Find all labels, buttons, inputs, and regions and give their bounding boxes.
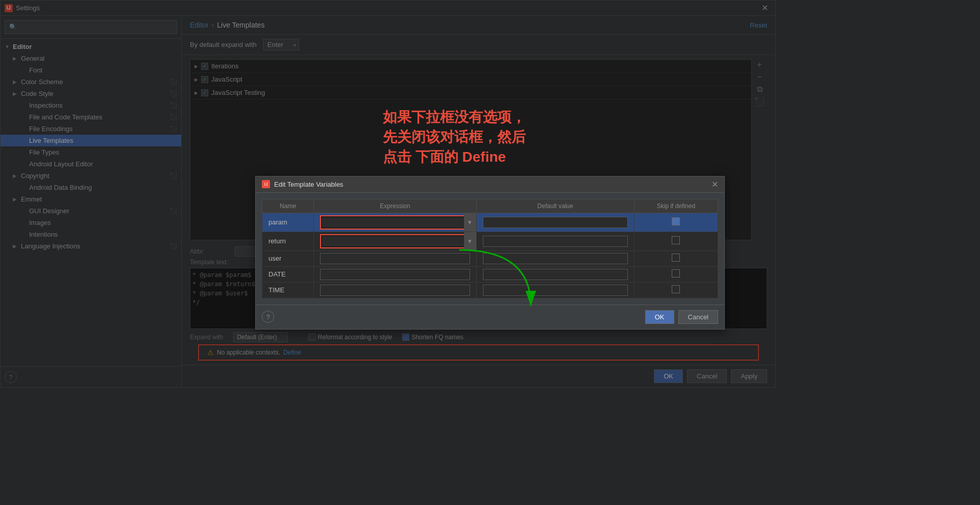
dialog-overlay: IJ Edit Template Variables ✕ Name Expres… (0, 0, 980, 505)
expr-cell-param: ▾ (314, 213, 477, 232)
expr-input-param[interactable] (322, 217, 468, 228)
skip-checkbox-time[interactable] (672, 285, 680, 293)
skip-checkbox-date[interactable] (672, 269, 680, 277)
skip-checkbox-user[interactable] (672, 254, 680, 262)
expr-cell-return: ▾ (314, 232, 477, 250)
dialog-action-buttons: OK Cancel (645, 310, 718, 324)
default-input-time[interactable] (483, 285, 628, 296)
skip-checkbox-return[interactable] (672, 236, 680, 244)
skip-cell-return (634, 232, 718, 250)
variables-table: Name Expression Default value Skip if de… (262, 199, 718, 298)
dialog-scroll-area: Name Expression Default value Skip if de… (262, 199, 718, 298)
expr-cell-time (314, 282, 477, 298)
default-value-time (476, 282, 634, 298)
default-value-date (476, 266, 634, 282)
col-header-default-value: Default value (476, 199, 634, 213)
skip-cell-date (634, 266, 718, 282)
var-name-return: return (262, 232, 314, 250)
var-name-time: TIME (262, 282, 314, 298)
col-header-expression: Expression (314, 199, 477, 213)
var-name-user: user (262, 250, 314, 266)
col-header-name: Name (262, 199, 314, 213)
dialog-close-button[interactable]: ✕ (712, 180, 718, 189)
expr-input-user[interactable] (320, 253, 470, 264)
table-row: return ▾ (262, 232, 718, 250)
dialog-title-text: Edit Template Variables (274, 181, 343, 188)
table-row: TIME (262, 282, 718, 298)
expr-dropdown-btn-return[interactable]: ▾ (464, 232, 476, 250)
expr-dropdown-btn-param[interactable]: ▾ (464, 213, 476, 232)
var-name-param: param (262, 213, 314, 232)
dialog-title-bar: IJ Edit Template Variables ✕ (256, 176, 724, 193)
expr-cell-date (314, 266, 477, 282)
default-input-date[interactable] (483, 269, 628, 280)
expr-input-date[interactable] (320, 269, 470, 280)
expr-input-return[interactable] (322, 236, 468, 246)
table-row: DATE (262, 266, 718, 282)
default-value-user (476, 250, 634, 266)
dialog-title-left: IJ Edit Template Variables (262, 180, 343, 188)
table-row: user (262, 250, 718, 266)
default-input-return[interactable] (483, 236, 628, 247)
skip-cell-param (634, 213, 718, 232)
table-row: param ▾ (262, 213, 718, 232)
default-value-param (476, 213, 634, 232)
expr-cell-user (314, 250, 477, 266)
dialog-footer: ? OK Cancel (256, 305, 724, 329)
dialog-icon-label: IJ (264, 182, 267, 187)
col-header-skip: Skip if defined (634, 199, 718, 213)
skip-checkbox-param[interactable] (672, 217, 680, 225)
dialog-body: Name Expression Default value Skip if de… (256, 193, 724, 305)
default-input-param[interactable] (483, 217, 628, 228)
var-name-date: DATE (262, 266, 314, 282)
skip-cell-time (634, 282, 718, 298)
dialog-app-icon: IJ (262, 180, 270, 188)
dialog-cancel-button[interactable]: Cancel (678, 310, 718, 324)
default-input-user[interactable] (483, 253, 628, 264)
dialog-ok-button[interactable]: OK (645, 310, 674, 324)
dialog-help-button[interactable]: ? (262, 311, 274, 323)
default-value-return (476, 232, 634, 250)
skip-cell-user (634, 250, 718, 266)
expr-input-time[interactable] (320, 285, 470, 296)
edit-template-variables-dialog: IJ Edit Template Variables ✕ Name Expres… (255, 176, 725, 330)
